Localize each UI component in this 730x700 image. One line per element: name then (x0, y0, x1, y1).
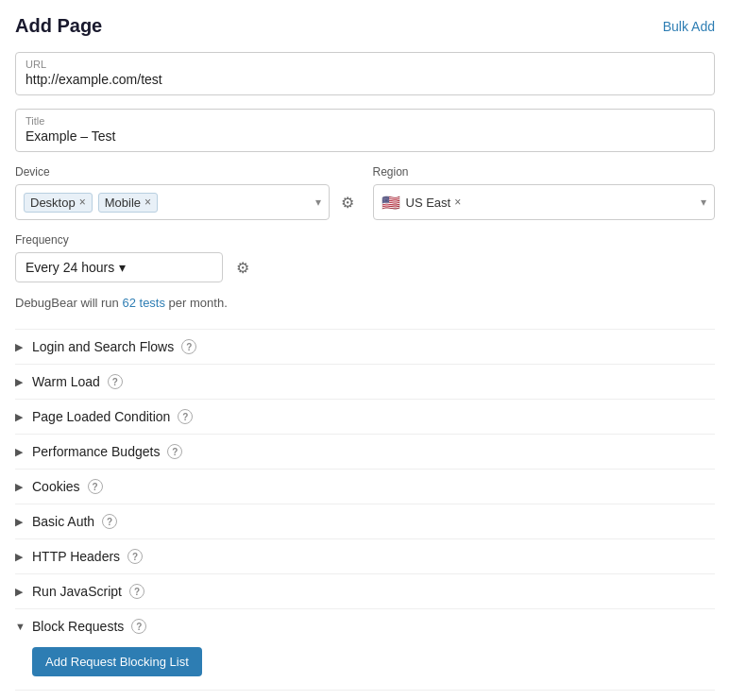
page-header: Add Page Bulk Add (15, 15, 715, 37)
accordion-cookies-arrow: ▶ (15, 481, 26, 493)
device-dropdown-arrow[interactable]: ▾ (315, 196, 321, 209)
accordion-basicauth: ▶ Basic Auth ? (15, 504, 715, 538)
accordion-login-arrow: ▶ (15, 341, 26, 353)
add-blocking-list-button[interactable]: Add Request Blocking List (32, 647, 202, 676)
frequency-value: Every 24 hours (25, 260, 119, 275)
tests-note-prefix: DebugBear will run (15, 296, 122, 310)
accordion-budgets-label: Performance Budgets (32, 444, 160, 459)
accordion-tags: ▶ Tags ? (15, 690, 715, 700)
region-select-box[interactable]: 🇺🇸 US East × ▾ (373, 184, 716, 220)
accordion-basicauth-help[interactable]: ? (102, 514, 117, 529)
accordion-basicauth-arrow: ▶ (15, 516, 26, 528)
tests-note-suffix: per month. (165, 296, 228, 310)
accordion-javascript-header[interactable]: ▶ Run JavaScript ? (15, 584, 715, 599)
accordion-headers-arrow: ▶ (15, 551, 26, 563)
accordion-pageloaded-label: Page Loaded Condition (32, 409, 170, 424)
accordion-login: ▶ Login and Search Flows ? (15, 329, 715, 364)
accordion-blockrequests-content: Add Request Blocking List (15, 634, 715, 680)
accordion-javascript-label: Run JavaScript (32, 584, 122, 599)
url-field-group: URL (15, 52, 715, 95)
title-field-group: Title (15, 109, 715, 152)
url-input-wrapper: URL (15, 52, 715, 95)
accordion-login-header[interactable]: ▶ Login and Search Flows ? (15, 339, 715, 354)
region-chip-useast-label: US East (406, 196, 451, 210)
accordion-warmload-arrow: ▶ (15, 376, 26, 388)
accordion-javascript: ▶ Run JavaScript ? (15, 573, 715, 608)
accordion-container: ▶ Login and Search Flows ? ▶ Warm Load ?… (15, 329, 715, 700)
accordion-cookies-header[interactable]: ▶ Cookies ? (15, 479, 715, 494)
accordion-cookies-help[interactable]: ? (88, 479, 103, 494)
accordion-budgets-header[interactable]: ▶ Performance Budgets ? (15, 444, 715, 459)
title-input[interactable] (25, 128, 705, 144)
title-label: Title (25, 115, 705, 127)
accordion-headers-header[interactable]: ▶ HTTP Headers ? (15, 549, 715, 564)
accordion-budgets-arrow: ▶ (15, 446, 26, 458)
url-input[interactable] (25, 72, 705, 87)
accordion-headers-label: HTTP Headers (32, 549, 120, 564)
device-chip-desktop: Desktop × (24, 193, 93, 213)
device-select-box[interactable]: Desktop × Mobile × ▾ (15, 184, 330, 220)
accordion-warmload-header[interactable]: ▶ Warm Load ? (15, 374, 715, 389)
frequency-dropdown-arrow[interactable]: ▾ (119, 260, 212, 275)
bulk-add-link[interactable]: Bulk Add (663, 19, 715, 34)
tests-note: DebugBear will run 62 tests per month. (15, 296, 715, 310)
accordion-login-help[interactable]: ? (181, 339, 196, 354)
accordion-warmload: ▶ Warm Load ? (15, 364, 715, 399)
accordion-cookies-label: Cookies (32, 479, 80, 494)
accordion-blockrequests-header[interactable]: ▼ Block Requests ? (15, 619, 715, 634)
device-gear-button[interactable]: ⚙ (337, 192, 358, 213)
accordion-basicauth-label: Basic Auth (32, 514, 94, 529)
accordion-budgets-help[interactable]: ? (167, 444, 182, 459)
device-col: Device Desktop × Mobile × ▾ ⚙ (15, 165, 358, 220)
tests-count: 62 tests (122, 296, 165, 310)
frequency-gear-button[interactable]: ⚙ (232, 257, 253, 279)
accordion-blockrequests-label: Block Requests (32, 619, 124, 634)
accordion-blockrequests: ▼ Block Requests ? Add Request Blocking … (15, 608, 715, 690)
accordion-blockrequests-help[interactable]: ? (131, 619, 146, 634)
device-chip-mobile-label: Mobile (105, 196, 141, 210)
accordion-login-label: Login and Search Flows (32, 339, 174, 354)
device-region-row: Device Desktop × Mobile × ▾ ⚙ Region 🇺🇸 … (15, 165, 715, 220)
region-label: Region (373, 165, 716, 179)
accordion-pageloaded: ▶ Page Loaded Condition ? (15, 399, 715, 434)
region-flag-icon: 🇺🇸 (382, 194, 400, 212)
accordion-pageloaded-help[interactable]: ? (178, 409, 193, 424)
device-label: Device (15, 165, 358, 179)
region-col: Region 🇺🇸 US East × ▾ (373, 165, 716, 220)
page-title: Add Page (15, 15, 102, 37)
url-label: URL (25, 59, 705, 70)
frequency-select-box[interactable]: Every 24 hours ▾ (15, 252, 223, 282)
region-dropdown-arrow[interactable]: ▾ (701, 196, 706, 209)
accordion-warmload-help[interactable]: ? (108, 374, 123, 389)
accordion-headers: ▶ HTTP Headers ? (15, 538, 715, 573)
region-chip-useast-remove[interactable]: × (454, 196, 461, 208)
accordion-blockrequests-arrow: ▼ (15, 621, 26, 632)
accordion-pageloaded-header[interactable]: ▶ Page Loaded Condition ? (15, 409, 715, 424)
accordion-budgets: ▶ Performance Budgets ? (15, 434, 715, 469)
frequency-field-group: Frequency Every 24 hours ▾ ⚙ (15, 233, 715, 282)
title-input-wrapper: Title (15, 109, 715, 152)
region-chip-useast: US East × (406, 196, 462, 210)
accordion-warmload-label: Warm Load (32, 374, 100, 389)
device-chip-desktop-remove[interactable]: × (79, 196, 86, 208)
frequency-label: Frequency (15, 233, 715, 247)
accordion-pageloaded-arrow: ▶ (15, 411, 26, 423)
accordion-javascript-help[interactable]: ? (129, 584, 144, 599)
accordion-headers-help[interactable]: ? (127, 549, 143, 564)
accordion-basicauth-header[interactable]: ▶ Basic Auth ? (15, 514, 715, 529)
accordion-javascript-arrow: ▶ (15, 586, 26, 598)
device-chip-desktop-label: Desktop (30, 196, 76, 210)
device-chip-mobile: Mobile × (98, 193, 158, 213)
accordion-cookies: ▶ Cookies ? (15, 469, 715, 504)
device-chip-mobile-remove[interactable]: × (144, 196, 151, 208)
